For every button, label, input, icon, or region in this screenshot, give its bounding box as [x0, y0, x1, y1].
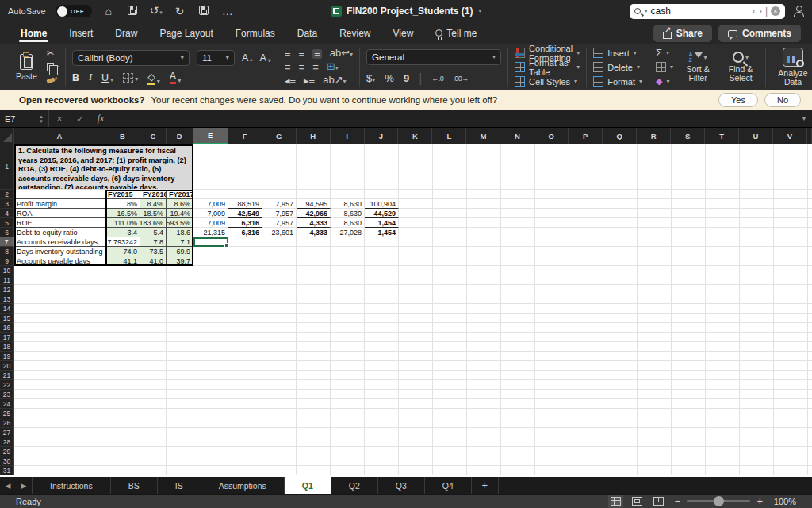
cell-L9[interactable] — [433, 256, 467, 266]
cell-L23[interactable] — [433, 390, 467, 399]
cell-M11[interactable] — [467, 275, 501, 285]
cell-H9[interactable] — [297, 256, 331, 266]
cell-P13[interactable] — [569, 294, 603, 304]
orientation-icon[interactable]: ab↗▾ — [323, 75, 346, 87]
cell-D17[interactable] — [167, 333, 193, 342]
cell-S3[interactable] — [672, 199, 706, 209]
cell-E25[interactable] — [193, 409, 228, 418]
row-header-29[interactable]: 29 — [0, 447, 14, 456]
tab-insert[interactable]: Insert — [59, 22, 102, 44]
search-chevron-icon[interactable]: ▾ — [645, 8, 648, 14]
cell-P21[interactable] — [569, 371, 603, 380]
row-header-21[interactable]: 21 — [0, 371, 14, 380]
cell-F1[interactable] — [228, 144, 262, 190]
insert-cells-button[interactable]: Insert▾ — [593, 47, 642, 60]
cell-U5[interactable] — [740, 218, 774, 228]
cell-R17[interactable] — [638, 333, 672, 342]
cell-O15[interactable] — [535, 314, 569, 323]
cell-L21[interactable] — [433, 371, 467, 380]
cell-T21[interactable] — [706, 371, 740, 380]
cell-F4[interactable]: 42,549 — [228, 209, 262, 218]
cell-B15[interactable] — [105, 314, 140, 323]
cell-C16[interactable] — [140, 323, 167, 333]
cell-M31[interactable] — [467, 466, 501, 475]
cell-S13[interactable] — [672, 294, 706, 304]
search-value[interactable]: cash — [651, 6, 749, 17]
cell-U19[interactable] — [740, 352, 774, 361]
cell-B10[interactable] — [105, 266, 140, 275]
cell-I28[interactable] — [331, 437, 365, 447]
cell-U4[interactable] — [740, 209, 774, 218]
cell-H28[interactable] — [297, 437, 331, 447]
cell-K3[interactable] — [399, 199, 433, 209]
cell-B17[interactable] — [105, 333, 140, 342]
cell-F17[interactable] — [228, 333, 262, 342]
cell-F15[interactable] — [228, 314, 262, 323]
cell-N31[interactable] — [501, 466, 535, 475]
cell-O7[interactable] — [535, 237, 569, 247]
cell-R18[interactable] — [638, 342, 672, 352]
cell-N15[interactable] — [501, 314, 535, 323]
cell-T6[interactable] — [706, 228, 740, 237]
cell-H7[interactable] — [297, 237, 331, 247]
cell-T31[interactable] — [706, 466, 740, 475]
cell-N2[interactable] — [501, 190, 535, 199]
row-header-26[interactable]: 26 — [0, 418, 14, 428]
cell-10[interactable] — [808, 266, 812, 275]
tab-page-layout[interactable]: Page Layout — [150, 22, 222, 44]
cell-T8[interactable] — [706, 247, 740, 256]
cell-Q18[interactable] — [603, 342, 638, 352]
cell-O30[interactable] — [535, 456, 569, 466]
cell-U21[interactable] — [740, 371, 774, 380]
cell-Q17[interactable] — [603, 333, 638, 342]
row-header-30[interactable]: 30 — [0, 456, 14, 466]
cell-C11[interactable] — [140, 275, 167, 285]
cell-H30[interactable] — [297, 456, 331, 466]
cell-O5[interactable] — [535, 218, 569, 228]
cell-S12[interactable] — [672, 285, 706, 294]
cell-J2[interactable] — [365, 190, 399, 199]
cell-H14[interactable] — [297, 304, 331, 314]
cell-T20[interactable] — [706, 361, 740, 371]
cell-U10[interactable] — [740, 266, 774, 275]
cell-Q10[interactable] — [603, 266, 638, 275]
cell-14[interactable] — [808, 304, 812, 314]
prev-sheet-icon[interactable]: ◀ — [0, 477, 16, 494]
cell-S9[interactable] — [672, 256, 706, 266]
cell-R27[interactable] — [638, 428, 672, 437]
cell-S16[interactable] — [672, 323, 706, 333]
cell-O8[interactable] — [535, 247, 569, 256]
cell-C26[interactable] — [140, 418, 167, 428]
cell-U28[interactable] — [740, 437, 774, 447]
cell-P24[interactable] — [569, 399, 603, 409]
cell-H15[interactable] — [297, 314, 331, 323]
cell-H22[interactable] — [297, 380, 331, 390]
cell-T7[interactable] — [706, 237, 740, 247]
column-header-N[interactable]: N — [500, 128, 534, 144]
cell-G3[interactable]: 7,957 — [262, 199, 297, 209]
cell-O13[interactable] — [535, 294, 569, 304]
cell-F16[interactable] — [228, 323, 262, 333]
autosave-toggle[interactable]: OFF — [56, 5, 92, 17]
cell-D28[interactable] — [167, 437, 193, 447]
column-header-Q[interactable]: Q — [603, 128, 637, 144]
cell-K17[interactable] — [399, 333, 433, 342]
cell-N23[interactable] — [501, 390, 535, 399]
cell-G27[interactable] — [262, 428, 297, 437]
cell-B24[interactable] — [105, 399, 140, 409]
cell-Q26[interactable] — [603, 418, 638, 428]
cell-S22[interactable] — [672, 380, 706, 390]
cell-M28[interactable] — [467, 437, 501, 447]
align-center-icon[interactable]: ≡ — [299, 63, 305, 72]
cell-U22[interactable] — [740, 380, 774, 390]
underline-button[interactable]: U▾ — [102, 72, 113, 83]
cell-Q23[interactable] — [603, 390, 638, 399]
cell-E3[interactable]: 7,009 — [193, 199, 228, 209]
cell-C7[interactable]: 7.8 — [140, 237, 167, 247]
cell-V1[interactable] — [774, 144, 808, 190]
merge-center-icon[interactable]: ⊞▾ — [327, 62, 339, 73]
cell-F14[interactable] — [228, 304, 262, 314]
cell-26[interactable] — [808, 418, 812, 428]
cell-M12[interactable] — [467, 285, 501, 294]
cell-T2[interactable] — [706, 190, 740, 199]
